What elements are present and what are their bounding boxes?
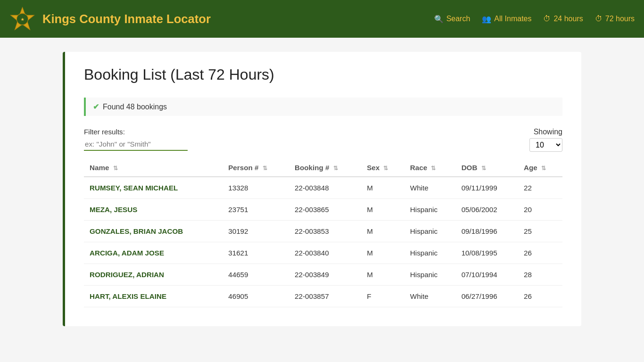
cell-name: ARCIGA, ADAM JOSE [84, 242, 223, 264]
cell-dob: 10/08/1995 [456, 242, 518, 264]
search-icon: 🔍 [434, 15, 444, 24]
cell-name: HART, ALEXIS ELAINE [84, 286, 223, 307]
inmate-name-link[interactable]: ARCIGA, ADAM JOSE [90, 249, 164, 257]
sort-race-icon: ⇅ [431, 165, 436, 172]
cell-person-num: 13328 [223, 177, 289, 199]
col-age[interactable]: Age ⇅ [518, 159, 562, 177]
cell-person-num: 31621 [223, 242, 289, 264]
cell-dob: 07/10/1994 [456, 264, 518, 286]
table-row: HART, ALEXIS ELAINE 46905 22-003857 F Wh… [84, 286, 562, 307]
nav-search[interactable]: 🔍 Search [434, 15, 471, 24]
col-sex[interactable]: Sex ⇅ [361, 159, 405, 177]
sort-person-icon: ⇅ [263, 165, 267, 172]
main-nav: 🔍 Search 👥 All Inmates ⏱ 24 hours ⏱ 72 h… [434, 15, 635, 24]
check-icon: ✔ [93, 102, 99, 111]
nav-24hours[interactable]: ⏱ 24 hours [543, 15, 583, 23]
cell-race: White [405, 177, 456, 199]
filter-label: Filter results: [84, 128, 188, 136]
filter-row: Filter results: Showing 5 10 25 50 100 [84, 128, 562, 152]
cell-name: MEZA, JESUS [84, 199, 223, 221]
cell-sex: M [361, 221, 405, 242]
bookings-table: Name ⇅ Person # ⇅ Booking # ⇅ Sex ⇅ Race [84, 159, 562, 307]
col-person-num[interactable]: Person # ⇅ [223, 159, 289, 177]
cell-age: 22 [518, 177, 562, 199]
cell-booking-num: 22-003849 [289, 264, 361, 286]
sort-dob-icon: ⇅ [481, 165, 486, 172]
table-row: RUMSEY, SEAN MICHAEL 13328 22-003848 M W… [84, 177, 562, 199]
cell-age: 20 [518, 199, 562, 221]
cell-person-num: 46905 [223, 286, 289, 307]
sort-booking-icon: ⇅ [333, 165, 338, 172]
cell-dob: 05/06/2002 [456, 199, 518, 221]
nav-all-inmates[interactable]: 👥 All Inmates [482, 15, 531, 24]
found-message: Found 48 bookings [103, 103, 167, 111]
site-header: ★ Kings County Inmate Locator 🔍 Search 👥… [0, 0, 644, 38]
cell-race: Hispanic [405, 242, 456, 264]
cell-sex: F [361, 286, 405, 307]
cell-person-num: 44659 [223, 264, 289, 286]
col-dob[interactable]: DOB ⇅ [456, 159, 518, 177]
table-row: GONZALES, BRIAN JACOB 30192 22-003853 M … [84, 221, 562, 242]
site-title: Kings County Inmate Locator [42, 12, 434, 26]
inmate-name-link[interactable]: RUMSEY, SEAN MICHAEL [90, 184, 178, 192]
found-bookings-alert: ✔ Found 48 bookings [84, 98, 562, 116]
camera-icon: 👥 [482, 15, 491, 24]
filter-section: Filter results: [84, 128, 188, 151]
table-row: ARCIGA, ADAM JOSE 31621 22-003840 M Hisp… [84, 242, 562, 264]
inmate-name-link[interactable]: HART, ALEXIS ELAINE [90, 292, 166, 300]
cell-booking-num: 22-003865 [289, 199, 361, 221]
col-name[interactable]: Name ⇅ [84, 159, 223, 177]
nav-72hours[interactable]: ⏱ 72 hours [595, 15, 635, 23]
filter-input[interactable] [84, 138, 188, 151]
sort-age-icon: ⇅ [541, 165, 546, 172]
cell-person-num: 30192 [223, 221, 289, 242]
table-header: Name ⇅ Person # ⇅ Booking # ⇅ Sex ⇅ Race [84, 159, 562, 177]
cell-age: 26 [518, 242, 562, 264]
sort-name-icon: ⇅ [113, 165, 118, 172]
showing-select[interactable]: 5 10 25 50 100 [529, 138, 562, 152]
sort-sex-icon: ⇅ [383, 165, 388, 172]
svg-text:★: ★ [21, 17, 25, 21]
cell-sex: M [361, 264, 405, 286]
main-content: Booking List (Last 72 Hours) ✔ Found 48 … [63, 52, 581, 326]
cell-booking-num: 22-003848 [289, 177, 361, 199]
cell-sex: M [361, 242, 405, 264]
cell-booking-num: 22-003857 [289, 286, 361, 307]
cell-name: RODRIGUEZ, ADRIAN [84, 264, 223, 286]
page-title: Booking List (Last 72 Hours) [84, 66, 562, 83]
cell-name: RUMSEY, SEAN MICHAEL [84, 177, 223, 199]
cell-age: 25 [518, 221, 562, 242]
showing-label: Showing [529, 128, 562, 136]
sheriff-badge-icon: ★ [9, 6, 35, 32]
inmate-name-link[interactable]: GONZALES, BRIAN JACOB [90, 227, 183, 235]
clock-72-icon: ⏱ [595, 15, 603, 23]
inmate-name-link[interactable]: MEZA, JESUS [90, 206, 137, 214]
cell-race: Hispanic [405, 221, 456, 242]
clock-24-icon: ⏱ [543, 15, 551, 23]
table-body: RUMSEY, SEAN MICHAEL 13328 22-003848 M W… [84, 177, 562, 307]
col-booking-num[interactable]: Booking # ⇅ [289, 159, 361, 177]
showing-section: Showing 5 10 25 50 100 [529, 128, 562, 152]
cell-dob: 06/27/1996 [456, 286, 518, 307]
cell-race: White [405, 286, 456, 307]
cell-person-num: 23751 [223, 199, 289, 221]
cell-dob: 09/18/1996 [456, 221, 518, 242]
cell-race: Hispanic [405, 199, 456, 221]
inmate-name-link[interactable]: RODRIGUEZ, ADRIAN [90, 271, 164, 279]
cell-age: 28 [518, 264, 562, 286]
cell-dob: 09/11/1999 [456, 177, 518, 199]
cell-age: 26 [518, 286, 562, 307]
cell-sex: M [361, 199, 405, 221]
cell-race: Hispanic [405, 264, 456, 286]
cell-name: GONZALES, BRIAN JACOB [84, 221, 223, 242]
table-row: MEZA, JESUS 23751 22-003865 M Hispanic 0… [84, 199, 562, 221]
cell-sex: M [361, 177, 405, 199]
col-race[interactable]: Race ⇅ [405, 159, 456, 177]
cell-booking-num: 22-003853 [289, 221, 361, 242]
table-row: RODRIGUEZ, ADRIAN 44659 22-003849 M Hisp… [84, 264, 562, 286]
cell-booking-num: 22-003840 [289, 242, 361, 264]
